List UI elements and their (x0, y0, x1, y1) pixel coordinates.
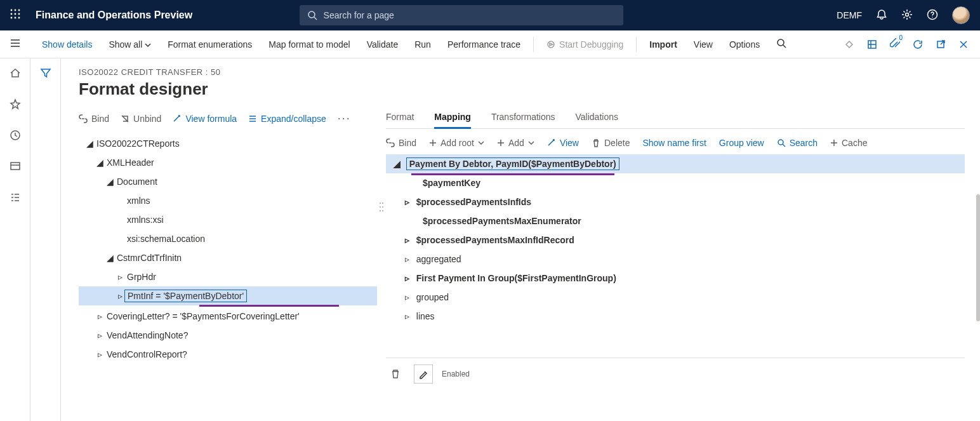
map-node[interactable]: ▹ grouped (386, 288, 965, 307)
unbind-button[interactable]: Unbind (121, 114, 161, 124)
validate-button[interactable]: Validate (367, 39, 399, 50)
tree-node[interactable]: ▹xmlns:xsi (79, 210, 377, 229)
map-node[interactable]: ▹ $processedPaymentsMaxInfIdRecord (386, 231, 965, 250)
highlight-underline (411, 173, 614, 175)
recents-icon[interactable] (10, 130, 21, 143)
svg-point-4 (15, 13, 17, 15)
search-input[interactable]: Search for a page (300, 5, 623, 25)
tree-node[interactable]: ▹GrpHdr (79, 267, 377, 286)
start-debugging-button[interactable]: Start Debugging (546, 39, 623, 50)
add-button[interactable]: Add (497, 138, 534, 148)
bottom-edit-icon[interactable] (414, 364, 433, 384)
options-button[interactable]: Options (729, 39, 760, 50)
cmd-search-icon[interactable] (776, 38, 786, 50)
tab-mapping[interactable]: Mapping (434, 112, 471, 129)
bottom-delete-icon[interactable] (386, 364, 405, 384)
help-icon[interactable] (927, 9, 938, 22)
popout-icon[interactable] (936, 39, 946, 50)
svg-point-21 (382, 203, 383, 204)
map-node-selected[interactable]: ◢ Payment By Debtor, PaymID($PaymentByDe… (386, 154, 965, 173)
pin-icon[interactable] (844, 39, 854, 50)
modules-icon[interactable] (10, 192, 21, 205)
svg-point-6 (11, 17, 13, 19)
tab-transformations[interactable]: Transformations (491, 112, 555, 122)
more-button[interactable]: ··· (338, 112, 351, 125)
breadcrumb: ISO20022 CREDIT TRANSFER : 50 (79, 67, 980, 77)
scrollbar[interactable] (976, 194, 980, 321)
svg-point-15 (778, 39, 784, 46)
tree-node-selected[interactable]: ▹PmtInf = '$PaymentByDebtor' (79, 286, 377, 305)
tree-node[interactable]: ◢CstmrCdtTrfInitn (79, 248, 377, 267)
company-label[interactable]: DEMF (837, 10, 862, 20)
svg-point-5 (18, 13, 20, 15)
map-node[interactable]: ▹$paymentKey (386, 173, 965, 192)
tree-node[interactable]: ▹VendAttendingNote? (79, 326, 377, 345)
svg-point-9 (308, 11, 315, 18)
cache-button[interactable]: Cache (830, 138, 867, 148)
app-launcher-icon[interactable] (0, 9, 30, 22)
tree-node[interactable]: ◢Document (79, 172, 377, 191)
notifications-icon[interactable] (876, 9, 887, 22)
refresh-icon[interactable] (913, 39, 923, 50)
map-node[interactable]: ▹ aggregated (386, 250, 965, 269)
expand-collapse-button[interactable]: Expand/collapse (248, 114, 326, 124)
svg-point-11 (905, 13, 908, 16)
map-format-button[interactable]: Map format to model (268, 39, 350, 50)
import-button[interactable]: Import (649, 39, 677, 50)
map-search-button[interactable]: Search (777, 138, 818, 148)
svg-point-24 (380, 210, 381, 211)
app-title: Finance and Operations Preview (36, 10, 192, 21)
tab-format[interactable]: Format (386, 112, 414, 122)
home-icon[interactable] (10, 67, 21, 81)
svg-line-16 (783, 45, 786, 48)
group-view-button[interactable]: Group view (719, 138, 764, 148)
page-title: Format designer (79, 79, 980, 99)
close-icon[interactable] (958, 39, 969, 50)
show-all-button[interactable]: Show all (109, 39, 151, 50)
delete-button[interactable]: Delete (592, 138, 630, 148)
bind-button[interactable]: Bind (79, 114, 109, 124)
settings-icon[interactable] (901, 9, 913, 22)
hamburger-icon[interactable] (0, 37, 30, 51)
performance-trace-button[interactable]: Performance trace (447, 39, 520, 50)
view-button[interactable]: View (694, 39, 713, 50)
svg-rect-19 (11, 163, 20, 170)
avatar[interactable] (952, 6, 970, 24)
tree-node[interactable]: ▹xsi:schemaLocation (79, 229, 377, 248)
search-placeholder: Search for a page (324, 10, 394, 20)
view-formula-button[interactable]: View formula (173, 114, 237, 124)
tree-node[interactable]: ▹VendControlReport? (79, 345, 377, 364)
map-node[interactable]: ▹ lines (386, 307, 965, 326)
map-node[interactable]: ▹ First Payment In Group($FirstPaymentIn… (386, 269, 965, 288)
filter-icon[interactable] (40, 67, 51, 421)
svg-point-20 (380, 203, 381, 204)
svg-point-8 (18, 17, 20, 19)
favorite-icon[interactable] (10, 98, 21, 112)
svg-point-25 (382, 210, 383, 211)
attachments-icon[interactable]: 0 (890, 38, 900, 51)
map-node[interactable]: ▹$processedPaymentsMaxEnumerator (386, 211, 965, 231)
office-icon[interactable] (867, 39, 877, 50)
map-bind-button[interactable]: Bind (386, 138, 416, 148)
pane-resize-handle[interactable] (377, 112, 386, 302)
run-button[interactable]: Run (414, 39, 431, 50)
svg-point-0 (11, 10, 13, 11)
add-root-button[interactable]: Add root (429, 138, 484, 148)
show-details-button[interactable]: Show details (42, 39, 92, 50)
format-enumerations-button[interactable]: Format enumerations (168, 39, 252, 50)
svg-point-13 (932, 17, 932, 17)
tree-node[interactable]: ▹CoveringLetter? = '$PaymentsForCovering… (79, 307, 377, 326)
tree-node[interactable]: ▹xmlns (79, 191, 377, 210)
tree-node[interactable]: ◢XMLHeader (79, 153, 377, 172)
separator (533, 37, 534, 52)
svg-point-2 (18, 10, 20, 11)
map-node[interactable]: ▹ $processedPaymentsInfIds (386, 192, 965, 211)
svg-point-1 (15, 10, 17, 11)
show-name-first-button[interactable]: Show name first (642, 138, 706, 148)
svg-line-10 (314, 17, 317, 20)
workspaces-icon[interactable] (10, 161, 21, 174)
map-view-button[interactable]: View (547, 138, 579, 148)
svg-point-22 (380, 206, 381, 208)
tree-node[interactable]: ◢ISO20022CTReports (79, 134, 377, 153)
tab-validations[interactable]: Validations (576, 112, 618, 122)
